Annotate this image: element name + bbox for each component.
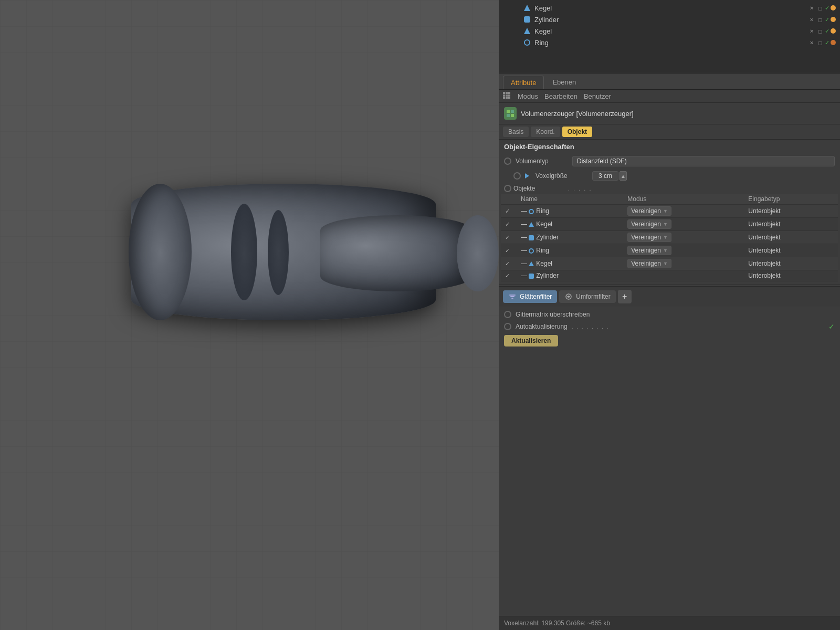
table-row[interactable]: ✓— ZylinderUnterobjekt <box>501 270 838 281</box>
eingabetyp-cell: Unterobjekt <box>744 257 838 270</box>
cylinder-icon <box>523 15 531 24</box>
row-name: Zylinder <box>536 272 559 279</box>
menu-benutzer[interactable]: Benutzer <box>584 92 611 100</box>
glattenfilter-icon <box>508 292 517 301</box>
row-check: ✓ <box>505 260 510 267</box>
volumentyp-radio[interactable] <box>504 158 511 165</box>
umformfilter-btn[interactable]: Umformfilter <box>559 290 615 303</box>
sub-tab-bar: Basis Koord. Objekt <box>499 124 840 140</box>
menu-bearbeiten[interactable]: Bearbeiten <box>544 92 578 100</box>
table-row[interactable]: ✓— RingVereinigen ▼Unterobjekt <box>501 205 838 218</box>
table-row[interactable]: ✓— KegelVereinigen ▼Unterobjekt <box>501 218 838 231</box>
tab-ebenen[interactable]: Ebenen <box>545 76 583 89</box>
sub-tab-koord[interactable]: Koord. <box>531 127 560 137</box>
sub-tab-objekt[interactable]: Objekt <box>562 127 592 137</box>
object-type-icon <box>504 107 517 120</box>
object-header: Volumenerzeuger [Volumenerzeuger] <box>499 103 840 124</box>
row-check: ✓ <box>505 221 510 227</box>
eingabetyp-cell: Unterobjekt <box>744 205 838 218</box>
voxelgroesse-stepper[interactable]: 3 cm ▲ <box>592 171 627 181</box>
volumentyp-value[interactable]: Distanzfeld (SDF) <box>572 156 835 166</box>
row-name: Ring <box>536 247 549 254</box>
section-title: Objekt-Eigenschaften <box>499 140 840 154</box>
outliner: Kegel ✕ ◻ ✓ Zylinder ✕ ◻ ✓ <box>499 0 840 74</box>
hide-icon[interactable]: ✕ <box>808 27 815 35</box>
modus-dropdown[interactable]: Vereinigen ▼ <box>627 219 671 229</box>
3d-object <box>26 52 472 525</box>
gittermatrix-label: Gittermatrix überschreiben <box>516 311 590 318</box>
row-check: ✓ <box>505 234 510 240</box>
gittermatrix-radio[interactable] <box>504 311 511 318</box>
modus-dropdown[interactable]: Vereinigen ▼ <box>627 259 671 268</box>
menu-modus[interactable]: Modus <box>518 92 538 100</box>
col-header-eingabetyp: Eingabetyp <box>744 194 838 205</box>
row-name: Ring <box>536 207 549 215</box>
cone-icon <box>529 222 534 227</box>
tab-attribute[interactable]: Attribute <box>503 76 544 89</box>
volumentyp-label: Volumentyp <box>516 158 568 165</box>
hide-icon[interactable]: ✕ <box>808 4 815 12</box>
selection-dot <box>831 5 836 10</box>
table-row[interactable]: ✓— KegelVereinigen ▼Unterobjekt <box>501 257 838 270</box>
outliner-item-ring[interactable]: Ring ✕ ◻ ✓ <box>499 37 840 48</box>
render-icon[interactable]: ◻ <box>816 16 824 23</box>
aktualisieren-button[interactable]: Aktualisieren <box>504 335 558 346</box>
render-icon[interactable]: ◻ <box>816 39 824 46</box>
properties-panel: Attribute Ebenen Modus Bearbeiten Benutz… <box>499 74 840 630</box>
torus-icon <box>523 38 531 47</box>
autoaktualisierung-dots: . . . . . . . . <box>572 324 824 330</box>
outliner-item-kegel-1[interactable]: Kegel ✕ ◻ ✓ <box>499 2 840 14</box>
outliner-item-name: Ring <box>534 39 549 47</box>
eingabetyp-cell: Unterobjekt <box>744 244 838 257</box>
svg-rect-2 <box>507 114 510 117</box>
outliner-controls: ✕ ◻ ✓ <box>808 4 836 12</box>
prop-voxelgroesse: Voxelgröße 3 cm ▲ <box>499 169 840 183</box>
ring-groove-1 <box>231 204 257 300</box>
outliner-item-kegel-2[interactable]: Kegel ✕ ◻ ✓ <box>499 25 840 37</box>
col-header-check <box>501 194 517 205</box>
autoaktualisierung-check: ✓ <box>828 322 835 331</box>
modus-dropdown[interactable]: Vereinigen ▼ <box>627 246 671 255</box>
step-up[interactable]: ▲ <box>620 171 627 181</box>
viewport[interactable] <box>0 0 499 630</box>
glattenfilter-btn[interactable]: Glättenfilter <box>503 290 557 303</box>
row-name: Kegel <box>536 220 552 228</box>
outliner-controls: ✕ ◻ ✓ <box>808 39 836 46</box>
autoaktualisierung-radio[interactable] <box>504 323 511 330</box>
svg-rect-0 <box>507 110 510 113</box>
divider <box>499 285 840 285</box>
hide-icon[interactable]: ✕ <box>808 16 815 23</box>
render-icon[interactable]: ◻ <box>816 27 824 35</box>
eingabetyp-cell: Unterobjekt <box>744 218 838 231</box>
voxelgroesse-input[interactable]: 3 cm <box>592 171 618 181</box>
objekte-radio[interactable] <box>504 185 511 192</box>
outliner-item-name: Kegel <box>534 4 552 12</box>
object-table-container: Name Modus Eingabetyp ✓— RingVereinigen … <box>499 194 840 284</box>
outliner-item-name: Kegel <box>534 27 552 35</box>
modus-dropdown[interactable]: Vereinigen ▼ <box>627 206 671 216</box>
table-row[interactable]: ✓— ZylinderVereinigen ▼Unterobjekt <box>501 231 838 244</box>
selection-dot <box>831 17 836 22</box>
torus-icon <box>529 209 534 214</box>
svg-rect-1 <box>511 110 514 113</box>
grid-menu-icon <box>503 92 511 100</box>
sub-tab-basis[interactable]: Basis <box>503 127 529 137</box>
ring-groove-2 <box>268 210 289 295</box>
voxelgroesse-radio[interactable] <box>513 172 521 180</box>
table-row[interactable]: ✓— RingVereinigen ▼Unterobjekt <box>501 244 838 257</box>
cone-icon <box>529 261 534 266</box>
cylinder-right-cap <box>457 215 499 291</box>
render-icon[interactable]: ◻ <box>816 4 824 12</box>
modus-dropdown[interactable]: Vereinigen ▼ <box>627 233 671 242</box>
objekte-label: Objekte <box>513 185 566 192</box>
outliner-item-zylinder[interactable]: Zylinder ✕ ◻ ✓ <box>499 14 840 25</box>
svg-rect-4 <box>509 295 516 296</box>
expand-icon[interactable] <box>525 173 529 178</box>
prop-autoaktualisierung: Autoaktualisierung . . . . . . . . ✓ <box>499 320 840 333</box>
autoaktualisierung-label: Autoaktualisierung <box>516 323 568 330</box>
hide-icon[interactable]: ✕ <box>808 39 815 46</box>
outliner-controls: ✕ ◻ ✓ <box>808 27 836 35</box>
svg-rect-6 <box>511 298 513 299</box>
add-filter-btn[interactable]: + <box>618 290 632 303</box>
cylinder-icon <box>529 235 534 240</box>
